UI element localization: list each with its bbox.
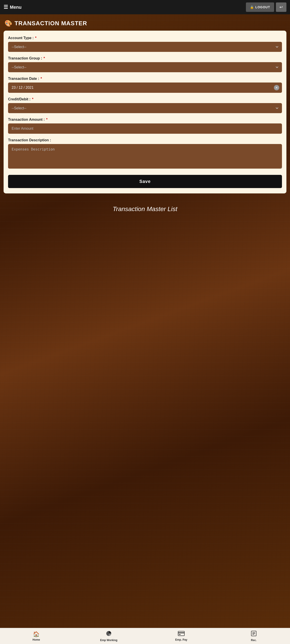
form-card: Account Type : * --Select-- Transaction … [4,31,286,194]
section-heading-area: Transaction Master List [0,199,290,217]
navbar: ☰ Menu 🔒 LOGOUT ↩ [0,0,290,14]
transaction-group-required: * [43,56,45,60]
transaction-date-group: Transaction Date : * ✕ [8,77,282,93]
navbar-right: 🔒 LOGOUT ↩ [246,2,286,12]
transaction-amount-input[interactable] [8,124,282,134]
credit-debit-label: Credit/Debit : * [8,97,282,101]
home-label: Home [33,638,40,641]
logout-button[interactable]: 🔒 LOGOUT [246,2,274,12]
emp-working-label: Emp Working [100,639,117,642]
home-icon: 🏠 [33,631,40,637]
transaction-amount-required: * [46,118,48,122]
menu-button[interactable]: ☰ Menu [4,4,22,10]
main-content: 🎨 TRANSACTION MASTER Account Type : * --… [0,14,290,235]
transaction-group-group: Transaction Group : * --Select-- [8,56,282,72]
account-type-required: * [35,36,37,40]
transaction-date-label: Transaction Date : * [8,77,282,81]
pie-chart-icon [106,630,112,638]
menu-label: Menu [10,5,22,10]
back-icon: ↩ [279,5,283,10]
bottom-nav-emp-working[interactable]: Emp Working [73,628,145,644]
back-button[interactable]: ↩ [276,2,286,12]
svg-rect-3 [179,634,181,635]
page-title-icon: 🎨 [5,20,12,27]
account-type-label: Account Type : * [8,36,282,40]
credit-debit-required: * [32,97,33,101]
page-title-area: 🎨 TRANSACTION MASTER [0,14,290,31]
credit-debit-group: Credit/Debit : * --Select-- [8,97,282,113]
emp-pay-label: Emp. Pay [175,638,187,641]
transaction-description-label: Transaction Description : [8,138,282,142]
transaction-description-textarea[interactable] [8,144,282,168]
credit-debit-select[interactable]: --Select-- [8,103,282,113]
card-icon [178,631,185,637]
transaction-group-label: Transaction Group : * [8,56,282,60]
bottom-nav-rec[interactable]: Rec. [217,628,290,644]
svg-rect-1 [178,631,184,636]
save-button[interactable]: Save [8,175,282,188]
transaction-amount-group: Transaction Amount : * [8,118,282,134]
date-clear-button[interactable]: ✕ [274,85,279,90]
list-heading: Transaction Master List [5,206,285,213]
transaction-date-required: * [41,77,42,80]
transaction-date-input[interactable] [8,82,282,93]
hamburger-icon: ☰ [4,4,8,10]
date-field-wrapper: ✕ [8,82,282,93]
account-type-group: Account Type : * --Select-- [8,36,282,52]
account-type-select[interactable]: --Select-- [8,42,282,52]
transaction-description-group: Transaction Description : [8,138,282,170]
logout-label: LOGOUT [255,5,270,9]
bottom-nav-emp-pay[interactable]: Emp. Pay [145,628,217,644]
transaction-amount-label: Transaction Amount : * [8,118,282,122]
page-title: TRANSACTION MASTER [15,20,87,27]
bottom-nav-home[interactable]: 🏠 Home [0,628,73,644]
lock-icon: 🔒 [250,5,254,9]
rec-label: Rec. [251,639,256,642]
rec-icon [251,630,257,638]
svg-rect-2 [178,632,184,633]
transaction-group-select[interactable]: --Select-- [8,62,282,72]
bottom-nav: 🏠 Home Emp Working [0,628,290,644]
